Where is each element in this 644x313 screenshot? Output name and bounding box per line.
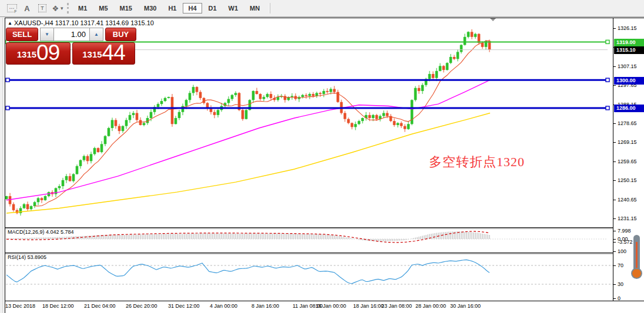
ask-price-prefix: 1315	[82, 46, 102, 63]
sell-button[interactable]: SELL	[6, 28, 38, 41]
rsi-tick-mark	[613, 265, 616, 266]
rsi-scale-label: 0	[618, 295, 620, 301]
price-tick-mark	[613, 180, 616, 181]
thermometer-fill	[636, 242, 638, 270]
price-tick-label: 1278.65	[618, 120, 637, 126]
bid-price-box[interactable]: 131509	[6, 42, 71, 65]
time-axis-label: 18 Jan 16:00	[353, 303, 384, 309]
text-t-icon: T	[38, 4, 46, 12]
macd-histogram-group	[6, 231, 489, 241]
time-axis-label: 23 Jan 08:00	[381, 303, 412, 309]
new-chart-f-icon[interactable]: ⋯F	[5, 2, 19, 15]
price-tick-mark	[613, 123, 616, 124]
price-tick-label: 1231.15	[618, 216, 637, 221]
toolbar-drag-handle[interactable]	[67, 3, 69, 14]
ohlc-close: 1315.10	[130, 19, 154, 26]
tab-h1[interactable]: H1	[163, 3, 182, 14]
mt4-terminal: { "toolbar": { "icons": ["new-chart-f-ic…	[0, 0, 644, 313]
diamond-glyph: ❖	[52, 4, 59, 13]
price-tick-mark	[613, 161, 616, 162]
time-axis-label: 8 Jan 16:00	[251, 303, 279, 309]
time-axis-label: 18 Dec 12:00	[42, 303, 74, 309]
macd-tick-mark	[613, 231, 616, 231]
ask-price-box[interactable]: 131544	[72, 42, 135, 65]
thermometer-bulb	[631, 268, 642, 279]
price-tick-label: 1307.15	[618, 63, 637, 69]
chart-ohlc-header: ▲ XAUUSD-,H4 1317.10 1317.41 1314.69 131…	[8, 19, 154, 26]
tab-h4-active[interactable]: H4	[183, 3, 202, 14]
left-dock-edge	[2, 18, 3, 313]
ohlc-high: 1317.41	[80, 19, 104, 26]
symbol-label: XAUUSD-,H4	[14, 19, 53, 26]
trade-buttons-row: SELL ▼ ▲ BUY	[6, 28, 136, 41]
ohlc-open: 1317.10	[55, 19, 79, 26]
bid-price-big: 09	[36, 42, 59, 63]
chart-annotation-text: 多空转折点1320	[429, 153, 525, 171]
tab-m30[interactable]: M30	[139, 3, 162, 14]
ohlc-low: 1314.69	[105, 19, 129, 26]
moving-averages-group	[6, 41, 490, 213]
indicator-diamond-icon[interactable]: ❖ ▾	[51, 2, 65, 15]
toolbar-separator	[269, 3, 270, 14]
time-axis-label: 21 Dec 04:00	[84, 303, 116, 309]
time-axis-label: 16 Jan 00:00	[316, 303, 346, 309]
tab-mn[interactable]: MN	[244, 3, 265, 14]
rsi-scale-label: 30	[618, 281, 623, 287]
volume-input[interactable]	[54, 28, 89, 41]
price-tick-label: 1269.15	[618, 139, 637, 145]
price-tick-mark	[613, 218, 616, 219]
rsi-tick-mark	[613, 251, 616, 252]
cursor-a-icon[interactable]: A	[20, 2, 34, 15]
tab-w1[interactable]: W1	[223, 3, 244, 14]
macd-tick-mark	[613, 242, 616, 243]
thermometer-icon	[630, 235, 642, 284]
time-axis-label: 26 Dec 20:00	[126, 303, 157, 309]
text-label-icon[interactable]: T	[35, 2, 49, 15]
rsi-indicator-canvas[interactable]	[6, 254, 613, 301]
symbol-triangle-icon: ▲	[8, 21, 12, 26]
tab-m15[interactable]: M15	[115, 3, 137, 14]
time-axis-label: 28 Jan 00:00	[415, 303, 446, 309]
buy-button[interactable]: BUY	[105, 28, 136, 41]
rsi-tick-mark	[613, 284, 616, 285]
price-tick-mark	[613, 142, 616, 143]
tab-d1[interactable]: D1	[203, 3, 222, 14]
price-tick-label: 1250.15	[618, 177, 637, 183]
time-axis-label: 31 Dec 12:00	[168, 303, 200, 309]
rsi-label: RSI(14) 53.8905	[8, 254, 46, 260]
time-axis-label: 30 Jan 16:00	[450, 303, 481, 309]
price-tick-mark	[613, 28, 616, 29]
time-axis-label: 13 Dec 2018	[5, 303, 35, 309]
top-toolbar: ⋯F A T ❖ ▾ M1 M5 M15 M30 H1 H4 D1 W1 MN	[0, 0, 644, 17]
volume-increase-button[interactable]: ▲	[89, 28, 103, 41]
rsi-scale-label: 100	[618, 248, 626, 254]
dotted-grid-icon: ⋯F	[7, 4, 17, 12]
price-level-badge: 1315.10	[614, 46, 644, 54]
ask-price-big: 44	[102, 42, 125, 63]
price-tick-mark	[613, 85, 616, 86]
price-tick-label: 1240.65	[618, 197, 637, 203]
rsi-scale-label: 70	[618, 262, 623, 268]
price-tick-label: 1259.65	[618, 159, 637, 164]
one-click-trading-panel: SELL ▼ ▲ BUY 131509 131544	[6, 28, 136, 65]
price-level-badge: 1319.00	[614, 39, 644, 46]
rsi-line	[6, 260, 489, 283]
rsi-tick-mark	[613, 298, 616, 299]
macd-scale-label: 7.998	[618, 228, 631, 234]
chevron-down-icon: ▾	[61, 5, 63, 11]
price-tick-mark	[613, 200, 616, 200]
time-axis[interactable]: 13 Dec 201818 Dec 12:0021 Dec 04:0026 De…	[5, 301, 644, 313]
tab-m1[interactable]: M1	[73, 3, 92, 14]
tab-m5[interactable]: M5	[93, 3, 113, 14]
price-tick-mark	[613, 66, 616, 67]
bid-ask-row: 131509 131544	[6, 42, 136, 65]
time-axis-label: 4 Jan 00:00	[210, 303, 237, 309]
macd-label: MACD(12,26,9) 4.042 5.784	[8, 229, 74, 235]
macd-tick-mark	[613, 239, 616, 240]
bid-price-prefix: 1315	[17, 46, 36, 63]
price-tick-label: 1326.15	[618, 25, 637, 31]
price-level-badge: 1300.00	[614, 77, 644, 85]
volume-decrease-button[interactable]: ▼	[40, 28, 54, 41]
chart-shift-marker	[490, 18, 496, 21]
macd-indicator-canvas[interactable]	[6, 229, 613, 253]
